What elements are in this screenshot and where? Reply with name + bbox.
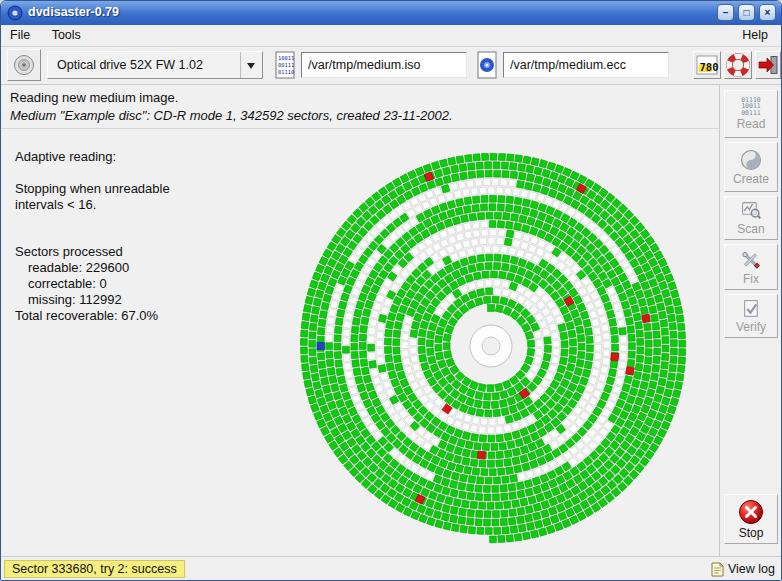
sectors-missing: missing: 112992 xyxy=(15,292,170,308)
scan-label: Scan xyxy=(737,222,764,236)
status-message-area: Reading new medium image. Medium "Exampl… xyxy=(1,85,719,129)
close-button[interactable]: × xyxy=(759,4,776,21)
action-sidebar: 01110 10011 00111 Read Create Scan xyxy=(719,85,781,556)
stop-button[interactable]: Stop xyxy=(724,494,778,544)
statusbar: Sector 333680, try 2: success View log xyxy=(1,556,781,580)
fix-label: Fix xyxy=(743,272,759,286)
titlebar[interactable]: dvdisaster-0.79 – □ × xyxy=(1,1,781,25)
status-message: Sector 333680, try 2: success xyxy=(4,560,185,578)
drive-select-value: Optical drive 52X FW 1.02 xyxy=(57,58,203,72)
adaptive-reading-title: Adaptive reading: xyxy=(15,149,170,165)
app-icon xyxy=(7,5,23,21)
image-file-icon: 10011 00111 01110 xyxy=(273,50,297,80)
sectors-readable: readable: 229600 xyxy=(15,260,170,276)
disc-drive-icon xyxy=(12,53,36,77)
stop-label: Stop xyxy=(739,526,764,540)
drive-select[interactable]: Optical drive 52X FW 1.02 xyxy=(47,51,263,79)
sectors-correctable: correctable: 0 xyxy=(15,276,170,292)
minimize-button[interactable]: – xyxy=(717,4,734,21)
main-panel: Reading new medium image. Medium "Exampl… xyxy=(1,85,719,556)
create-button[interactable]: Create xyxy=(724,142,778,192)
read-button[interactable]: 01110 10011 00111 Read xyxy=(724,90,778,138)
reading-info-block: Adaptive reading: Stopping when unreadab… xyxy=(15,149,170,324)
action-title: Reading new medium image. xyxy=(10,90,178,105)
stopping-rule-line1: Stopping when unreadable xyxy=(15,181,170,197)
verify-button[interactable]: Verify xyxy=(724,294,778,338)
create-label: Create xyxy=(733,172,769,186)
menu-help[interactable]: Help xyxy=(733,25,777,47)
chevron-down-icon xyxy=(247,63,255,69)
menubar: File Tools Help xyxy=(1,25,781,47)
binary-icon: 01110 10011 00111 xyxy=(741,97,761,117)
medium-description: Medium "Example disc": CD-R mode 1, 3425… xyxy=(10,108,453,123)
menu-tools[interactable]: Tools xyxy=(43,25,90,47)
window-title: dvdisaster-0.79 xyxy=(28,5,119,19)
ecc-file-icon xyxy=(475,50,499,80)
view-log-label: View log xyxy=(728,562,775,576)
exit-icon xyxy=(757,54,779,76)
scan-button[interactable]: Scan xyxy=(724,196,778,240)
verify-label: Verify xyxy=(736,320,766,334)
svg-text:01110: 01110 xyxy=(278,69,294,75)
svg-text:00111: 00111 xyxy=(278,62,294,68)
help-button[interactable] xyxy=(724,51,752,79)
view-log-button[interactable]: View log xyxy=(711,560,775,578)
tools-icon xyxy=(740,249,762,271)
menu-file[interactable]: File xyxy=(1,25,39,47)
maximize-button[interactable]: □ xyxy=(738,4,755,21)
digits-icon: 780 xyxy=(695,53,719,77)
yinyang-icon xyxy=(740,149,762,171)
total-recoverable: Total recoverable: 67.0% xyxy=(15,308,170,324)
fix-button[interactable]: Fix xyxy=(724,244,778,290)
stopping-rule-line2: intervals < 16. xyxy=(15,197,170,213)
ecc-path-input[interactable] xyxy=(503,52,669,78)
iso-path-input[interactable] xyxy=(301,52,467,78)
quit-button[interactable] xyxy=(755,51,781,79)
verify-icon xyxy=(741,298,762,319)
preferences-button[interactable]: 780 xyxy=(693,51,721,79)
toolbar: Optical drive 52X FW 1.02 10011 00111 01… xyxy=(1,47,781,85)
svg-text:780: 780 xyxy=(700,61,719,73)
stop-icon xyxy=(738,499,764,525)
lifesaver-icon xyxy=(726,53,750,77)
app-window: dvdisaster-0.79 – □ × File Tools Help Op… xyxy=(0,0,782,581)
drive-button[interactable] xyxy=(7,49,41,81)
sectors-processed-title: Sectors processed xyxy=(15,244,170,260)
scan-icon xyxy=(741,200,762,221)
read-label: Read xyxy=(737,117,766,131)
log-icon xyxy=(711,562,724,577)
svg-text:10011: 10011 xyxy=(278,55,294,61)
